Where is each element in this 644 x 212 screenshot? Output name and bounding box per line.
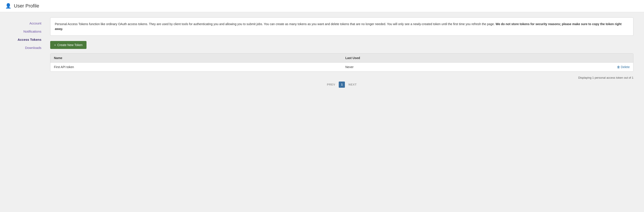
app-container: 👤 User Profile Account Notifications Acc… [0,0,644,212]
info-box: Personal Access Tokens function like ord… [50,18,634,36]
table-header-row: Name Last Used [50,54,633,63]
column-header-actions [516,54,633,63]
info-text-plain: Personal Access Tokens function like ord… [55,22,496,26]
main-content: Account Notifications Access Tokens Down… [0,12,644,93]
tokens-table: Name Last Used First API token Never 🗑 [50,54,633,71]
plus-icon: + [54,43,56,47]
sidebar-item-access-tokens[interactable]: Access Tokens [5,36,45,44]
sidebar-item-notifications[interactable]: Notifications [5,27,45,36]
create-button-label: Create New Token [57,43,82,47]
pagination-area: Displaying 1 personal access token out o… [50,76,634,88]
token-last-used: Never [342,62,516,71]
trash-icon: 🗑 [617,65,620,69]
token-actions: 🗑 Delete [516,62,633,71]
delete-label: Delete [621,65,630,69]
sidebar-item-downloads[interactable]: Downloads [5,44,45,52]
page-title: User Profile [14,3,39,9]
table-row: First API token Never 🗑 Delete [50,62,633,71]
user-profile-icon: 👤 [5,3,11,9]
pagination: PREV 1 NEXT [327,82,356,88]
display-count: Displaying 1 personal access token out o… [50,76,634,79]
sidebar: Account Notifications Access Tokens Down… [5,18,45,88]
prev-button[interactable]: PREV [327,83,335,86]
header: 👤 User Profile [0,0,644,12]
tokens-table-container: Name Last Used First API token Never 🗑 [50,53,634,72]
create-new-token-button[interactable]: + Create New Token [50,41,86,49]
page-number-1[interactable]: 1 [339,82,345,88]
token-name: First API token [50,62,342,71]
column-header-last-used: Last Used [342,54,516,63]
content-area: Personal Access Tokens function like ord… [45,18,639,88]
sidebar-item-account[interactable]: Account [5,19,45,27]
next-button[interactable]: NEXT [348,83,356,86]
column-header-name: Name [50,54,342,63]
delete-token-button[interactable]: 🗑 Delete [617,65,630,69]
